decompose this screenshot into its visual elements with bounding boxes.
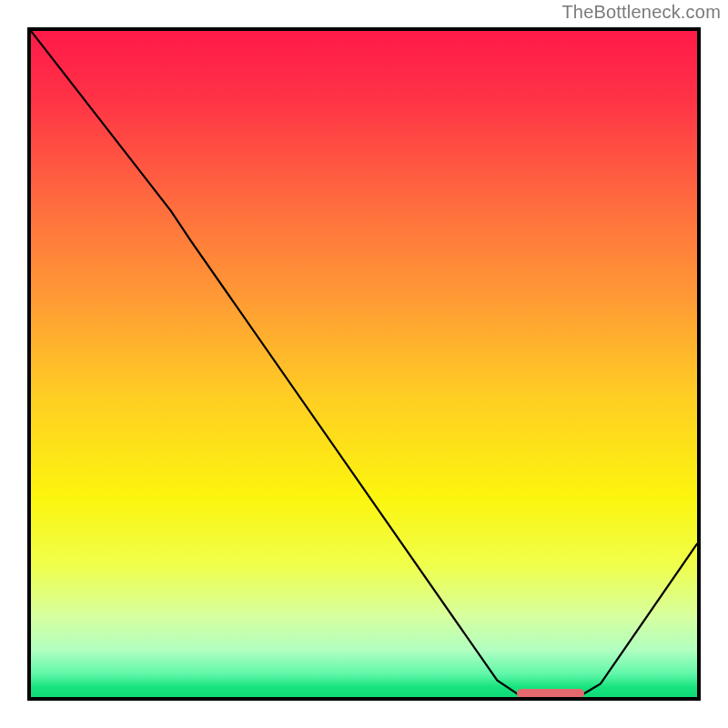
optimal-range-marker <box>517 689 583 697</box>
chart-plot-area <box>31 31 697 697</box>
watermark-text: TheBottleneck.com <box>561 2 721 23</box>
curve-path <box>31 31 697 693</box>
bottleneck-curve <box>31 31 697 697</box>
